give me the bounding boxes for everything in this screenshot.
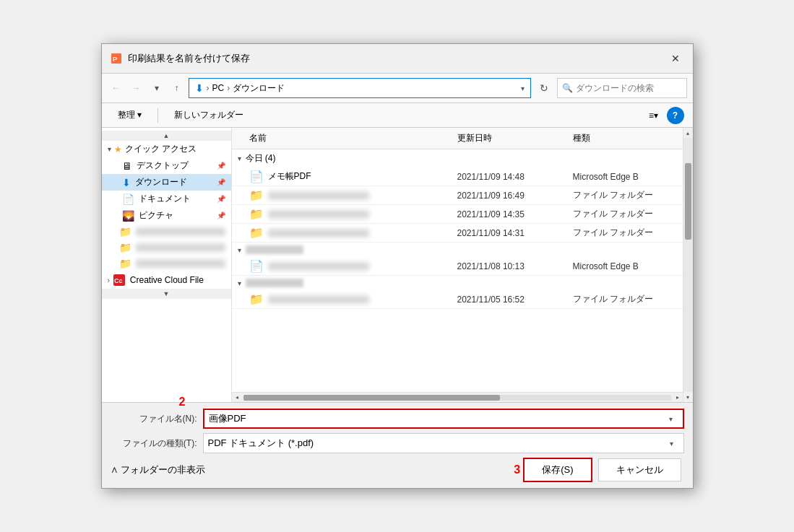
- filename-dropdown-icon[interactable]: ▾: [664, 412, 678, 425]
- group-header-today[interactable]: ▾ 今日 (4): [232, 149, 683, 167]
- help-button[interactable]: ?: [667, 107, 684, 124]
- refresh-button[interactable]: ↻: [534, 78, 554, 98]
- blurred-filename-3: [268, 229, 369, 237]
- save-button[interactable]: 保存(S): [523, 458, 592, 482]
- svg-text:P: P: [113, 56, 117, 63]
- blurred-name-2: [136, 243, 225, 252]
- document-icon: 📄: [122, 193, 134, 205]
- group-3-label-blurred: [246, 279, 303, 287]
- main-content-wrapper: ▲ ▾ ★ クイック アクセス 1 🖥 デスクトップ 📌: [102, 128, 693, 402]
- quick-access-header[interactable]: ▾ ★ クイック アクセス: [102, 141, 231, 157]
- label1-container: 1 🖥 デスクトップ 📌 ⬇ ダウンロード 📌 �: [102, 157, 231, 224]
- file-row-blurred-2[interactable]: 📁 2021/11/09 14:35 ファイル フォルダー: [232, 205, 683, 224]
- dropdown-button[interactable]: ▾: [148, 79, 165, 97]
- sidebar-scroll-up[interactable]: ▲: [102, 131, 231, 141]
- sidebar: ▲ ▾ ★ クイック アクセス 1 🖥 デスクトップ 📌: [102, 128, 232, 402]
- blurred-type-4: Microsoft Edge B: [567, 261, 683, 271]
- vscrollbar-down-button[interactable]: ▾: [683, 392, 693, 402]
- filetype-input-wrapper[interactable]: ▾: [203, 433, 684, 453]
- vscrollbar-up-button[interactable]: ▴: [683, 128, 693, 138]
- quick-access-star-icon: ★: [114, 144, 122, 154]
- vscrollbar-thumb[interactable]: [685, 163, 691, 240]
- group-header-2[interactable]: ▾: [232, 243, 683, 257]
- bottom-section: 2 ファイル名(N): ▾ ファイルの種類(T): ▾ ∧ フォルダーの非表示 …: [102, 402, 693, 488]
- file-row-blurred-4[interactable]: 📄 2021/11/08 10:13 Microsoft Edge B: [232, 257, 683, 276]
- address-bar: ← → ▾ ↑ ⬇ › PC › ダウンロード ▾ ↻ 🔍: [102, 74, 693, 103]
- file-row-blurred-3[interactable]: 📁 2021/11/09 14:31 ファイル フォルダー: [232, 224, 683, 243]
- filetype-input[interactable]: [208, 438, 665, 449]
- sidebar-item-pictures-label: ピクチャ: [139, 209, 173, 222]
- filename-row: 2 ファイル名(N): ▾: [111, 409, 684, 429]
- col-header-type[interactable]: 種類: [567, 131, 683, 146]
- filename-input[interactable]: [209, 414, 664, 424]
- filename-label: ファイル名(N):: [111, 413, 197, 425]
- filetype-label: ファイルの種類(T):: [111, 437, 197, 450]
- cancel-button[interactable]: キャンセル: [598, 458, 681, 481]
- desktop-pin-icon: 📌: [217, 162, 225, 170]
- scrollbar-right-button[interactable]: ▸: [673, 393, 683, 403]
- vertical-scrollbar[interactable]: ▴ ▾: [683, 128, 693, 402]
- cc-chevron-icon: ›: [108, 276, 110, 284]
- blurred-folder-1[interactable]: 📁: [102, 224, 231, 240]
- file-name-blurred-5: 📁: [243, 292, 452, 306]
- file-row-blurred-5[interactable]: 📁 2021/11/05 16:52 ファイル フォルダー: [232, 290, 683, 309]
- download-icon: ⬇: [122, 177, 131, 188]
- back-button[interactable]: ←: [108, 79, 125, 97]
- picture-icon: 🌄: [122, 210, 134, 222]
- scrollbar-left-button[interactable]: ◂: [232, 393, 242, 403]
- search-box[interactable]: 🔍: [557, 78, 687, 98]
- up-button[interactable]: ↑: [168, 79, 186, 97]
- label-2: 2: [179, 396, 186, 409]
- file-name-blurred-3: 📁: [243, 226, 452, 240]
- title-bar-icon: P: [111, 53, 122, 64]
- dialog-title: 印刷結果を名前を付けて保存: [128, 52, 667, 65]
- path-downloads: ダウンロード: [233, 82, 285, 95]
- sidebar-item-documents-label: ドキュメント: [139, 193, 191, 205]
- vscrollbar-track[interactable]: [683, 138, 693, 392]
- sidebar-item-documents[interactable]: 📄 ドキュメント 📌: [102, 191, 231, 207]
- group-today-label: 今日 (4): [246, 152, 276, 165]
- blurred-type-2: ファイル フォルダー: [567, 208, 683, 220]
- pictures-pin-icon: 📌: [217, 212, 225, 219]
- search-input[interactable]: [576, 83, 684, 93]
- col-header-name[interactable]: 名前: [243, 131, 452, 146]
- sidebar-item-downloads[interactable]: ⬇ ダウンロード 📌: [102, 174, 231, 191]
- file-row-memopad[interactable]: 📄 メモ帳PDF 2021/11/09 14:48 Microsoft Edge…: [232, 167, 683, 186]
- horizontal-scrollbar[interactable]: ◂ ▸: [232, 392, 683, 402]
- sidebar-item-pictures[interactable]: 🌄 ピクチャ 📌: [102, 207, 231, 224]
- close-button[interactable]: ✕: [667, 50, 684, 67]
- filetype-dropdown-icon[interactable]: ▾: [665, 436, 679, 450]
- blurred-folder-3[interactable]: 📁: [102, 256, 231, 271]
- view-icon: ≡: [649, 110, 654, 121]
- memopad-type: Microsoft Edge B: [567, 172, 683, 182]
- blurred-date-3: 2021/11/09 14:31: [452, 228, 567, 238]
- quick-access-label: クイック アクセス: [125, 143, 197, 155]
- pdf-icon: 📄: [249, 170, 264, 183]
- col-header-date[interactable]: 更新日時: [452, 131, 567, 146]
- view-button[interactable]: ≡ ▾: [644, 107, 664, 124]
- file-row-blurred-1[interactable]: 📁 2021/11/09 16:49 ファイル フォルダー: [232, 186, 683, 205]
- scrollbar-thumb[interactable]: [243, 395, 500, 401]
- sidebar-item-creative-cloud[interactable]: › Cc Creative Cloud File: [102, 271, 231, 289]
- group-today-chevron: ▾: [238, 154, 241, 162]
- blurred-filename-5: [268, 295, 369, 304]
- organize-button[interactable]: 整理 ▾: [111, 106, 149, 124]
- memopad-date: 2021/11/09 14:48: [452, 172, 567, 182]
- new-folder-button[interactable]: 新しいフォルダー: [167, 106, 251, 124]
- sidebar-scroll-down[interactable]: ▼: [102, 289, 231, 299]
- sidebar-item-desktop[interactable]: 🖥 デスクトップ 📌: [102, 157, 231, 174]
- toolbar-right: ≡ ▾ ?: [644, 107, 684, 124]
- group-header-3[interactable]: ▾: [232, 276, 683, 290]
- label3-save-wrapper: 3 保存(S): [514, 458, 592, 482]
- folder-hide-label: ∧ フォルダーの非表示: [111, 464, 206, 475]
- folder-hide-section[interactable]: ∧ フォルダーの非表示: [111, 463, 206, 476]
- filename-input-wrapper[interactable]: ▾: [203, 409, 684, 429]
- blurred-type-1: ファイル フォルダー: [567, 189, 683, 201]
- forward-button[interactable]: →: [128, 79, 145, 97]
- group-2-chevron: ▾: [238, 246, 241, 254]
- path-dropdown-icon: ▾: [521, 84, 525, 92]
- address-path[interactable]: ⬇ › PC › ダウンロード ▾: [189, 78, 531, 98]
- blurred-folder-2[interactable]: 📁: [102, 240, 231, 256]
- scrollbar-track[interactable]: [243, 395, 671, 401]
- blurred-type-3: ファイル フォルダー: [567, 227, 683, 239]
